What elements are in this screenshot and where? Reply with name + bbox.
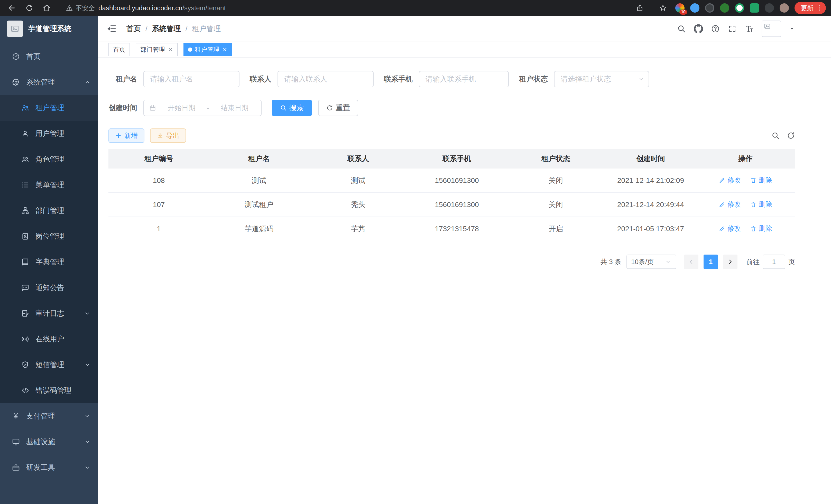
edit-link[interactable]: 修改 [719, 224, 741, 233]
page-size-select[interactable]: 10条/页 [627, 255, 676, 269]
chrome-update-button[interactable]: 更新 [795, 2, 826, 14]
sidebar-collapse-button[interactable] [106, 23, 118, 34]
date-range-separator: - [207, 104, 209, 112]
table-header-row: 租户编号 租户名 联系人 联系手机 租户状态 创建时间 操作 [109, 149, 795, 169]
sidebar-item-menu-management[interactable]: 菜单管理 [0, 172, 98, 198]
sidebar-item-system-management[interactable]: 系统管理 [0, 69, 98, 95]
avatar-caret-down-icon[interactable] [789, 26, 795, 32]
goto-page-input[interactable] [763, 255, 785, 269]
sidebar-item-home[interactable]: 首页 [0, 44, 98, 69]
cell-contact: 测试 [309, 169, 407, 192]
page-content: 租户名 联系人 联系手机 租户状态 [98, 58, 831, 504]
sidebar-item-dict-management[interactable]: 字典管理 [0, 249, 98, 275]
profile-avatar[interactable] [780, 3, 789, 12]
delete-link[interactable]: 删除 [750, 176, 772, 185]
page-number-1[interactable]: 1 [704, 255, 718, 269]
browser-reload-button[interactable] [23, 1, 36, 14]
sidebar-item-sms-management[interactable]: 短信管理 [0, 352, 98, 378]
user-icon [21, 129, 29, 138]
cell-tenant-name: 测试 [209, 169, 309, 192]
close-icon[interactable] [168, 47, 173, 52]
security-indicator[interactable]: 不安全 [66, 4, 95, 12]
security-label: 不安全 [76, 4, 95, 12]
sidebar-item-notice[interactable]: 通知公告 [0, 275, 98, 301]
share-button[interactable] [633, 1, 647, 14]
sidebar-item-infrastructure[interactable]: 基础设施 [0, 429, 98, 455]
browser-home-button[interactable] [40, 1, 53, 14]
tab-dept-management[interactable]: 部门管理 [136, 43, 178, 56]
app-logo [7, 21, 23, 37]
extension-icon-1[interactable]: 10 [675, 3, 685, 12]
next-page-button[interactable] [723, 255, 738, 269]
create-time-range-picker[interactable]: 开始日期 - 结束日期 [143, 100, 262, 116]
breadcrumb-separator: / [185, 25, 188, 33]
sidebar-item-post-management[interactable]: 岗位管理 [0, 224, 98, 249]
sidebar-item-role-management[interactable]: 角色管理 [0, 146, 98, 172]
sidebar-item-dev-tools[interactable]: 研发工具 [0, 455, 98, 480]
address-bar[interactable]: 不安全 dashboard.yudao.iocoder.cn/system/te… [66, 4, 226, 12]
broken-image-icon [764, 23, 771, 30]
extension-icon-2[interactable] [690, 3, 699, 12]
browser-toolbar: 不安全 dashboard.yudao.iocoder.cn/system/te… [0, 0, 831, 16]
fullscreen-icon[interactable] [728, 24, 737, 33]
tab-tenant-management[interactable]: 租户管理 [183, 43, 232, 56]
close-icon[interactable] [222, 47, 228, 52]
url-text: dashboard.yudao.iocoder.cn/system/tenant [98, 4, 226, 12]
refresh-table-icon[interactable] [787, 131, 795, 140]
tenant-name-input[interactable] [143, 71, 239, 87]
trash-icon [750, 201, 757, 208]
app-logo-row: 芋道管理系统 [0, 16, 98, 41]
col-created: 创建时间 [605, 149, 696, 169]
edit-link[interactable]: 修改 [719, 176, 741, 185]
github-icon[interactable] [694, 24, 703, 33]
status-select[interactable] [554, 71, 649, 87]
sidebar-item-dept-management[interactable]: 部门管理 [0, 198, 98, 224]
search-button[interactable]: 搜索 [272, 100, 312, 116]
browser-back-button[interactable] [5, 1, 19, 14]
bookmark-star-button[interactable] [656, 1, 670, 14]
extension-icon-6[interactable] [750, 3, 759, 12]
col-status: 租户状态 [506, 149, 605, 169]
prev-page-button[interactable] [684, 255, 698, 269]
reset-button[interactable]: 重置 [318, 100, 358, 116]
sidebar-item-payment-management[interactable]: 支付管理 [0, 403, 98, 429]
extension-icon-7[interactable] [765, 3, 774, 12]
phone-input[interactable] [419, 71, 509, 87]
create-time-label: 创建时间 [109, 103, 137, 113]
sidebar-item-user-management[interactable]: 用户管理 [0, 121, 98, 146]
sidebar-item-online-users[interactable]: 在线用户 [0, 326, 98, 352]
breadcrumb-system[interactable]: 系统管理 [152, 24, 181, 34]
goto-label: 前往 [746, 258, 760, 266]
col-phone: 联系手机 [407, 149, 506, 169]
update-label: 更新 [801, 4, 813, 12]
tab-home[interactable]: 首页 [109, 43, 130, 56]
help-icon[interactable] [711, 24, 720, 33]
extension-icon-5[interactable] [735, 3, 744, 12]
toggle-search-icon[interactable] [771, 131, 780, 140]
url-path: /system/tenant [182, 4, 226, 12]
breadcrumb-home[interactable]: 首页 [126, 24, 141, 34]
delete-link[interactable]: 删除 [750, 224, 772, 233]
sidebar-item-error-code[interactable]: 错误码管理 [0, 378, 98, 403]
user-avatar[interactable] [762, 21, 781, 37]
end-date-placeholder: 结束日期 [213, 103, 256, 113]
header-search-icon[interactable] [677, 24, 686, 33]
delete-link[interactable]: 删除 [750, 200, 772, 209]
refresh-icon [326, 105, 333, 111]
extension-icon-3[interactable] [705, 3, 714, 12]
font-size-icon[interactable] [745, 24, 754, 33]
infrastructure-icon [12, 438, 20, 446]
trash-icon [750, 177, 757, 183]
cell-contact: 芋艿 [309, 217, 407, 241]
table-row: 1 芋道源码 芋艿 17321315478 开启 2021-01-05 17:0… [109, 217, 795, 241]
extension-icon-4[interactable] [720, 3, 729, 12]
contact-input[interactable] [278, 71, 374, 87]
sidebar-item-tenant-management[interactable]: 租户管理 [0, 95, 98, 121]
status-select-input[interactable] [554, 71, 649, 87]
edit-link[interactable]: 修改 [719, 200, 741, 209]
payment-icon [12, 412, 20, 420]
export-button[interactable]: 导出 [150, 128, 186, 143]
cell-phone: 17321315478 [407, 217, 506, 241]
sidebar-item-audit-log[interactable]: 审计日志 [0, 301, 98, 326]
add-button[interactable]: 新增 [109, 128, 144, 143]
